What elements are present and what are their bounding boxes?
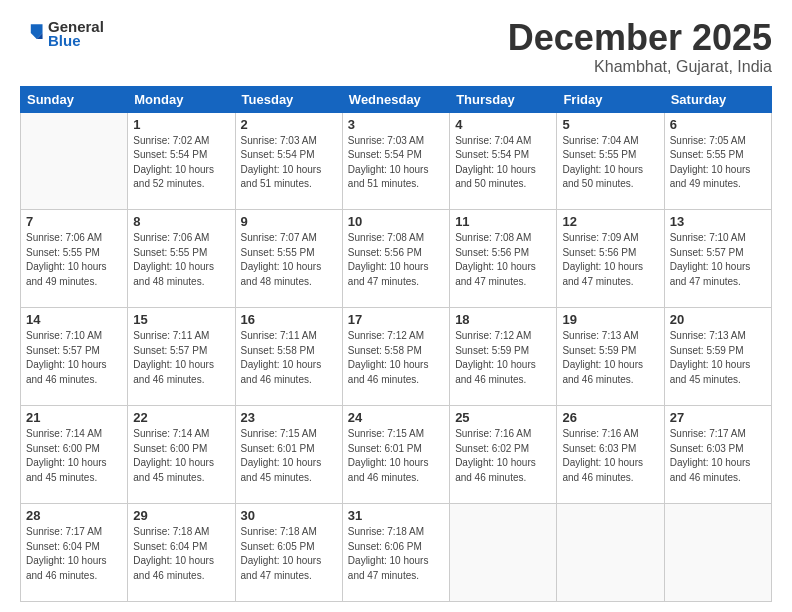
day-info: Sunrise: 7:04 AM Sunset: 5:54 PM Dayligh… (455, 134, 551, 192)
day-info: Sunrise: 7:18 AM Sunset: 6:04 PM Dayligh… (133, 525, 229, 583)
logo-icon (22, 21, 44, 43)
day-number: 18 (455, 312, 551, 327)
calendar-cell: 24Sunrise: 7:15 AM Sunset: 6:01 PM Dayli… (342, 406, 449, 504)
day-number: 29 (133, 508, 229, 523)
calendar-cell: 18Sunrise: 7:12 AM Sunset: 5:59 PM Dayli… (450, 308, 557, 406)
day-info: Sunrise: 7:13 AM Sunset: 5:59 PM Dayligh… (670, 329, 766, 387)
calendar-cell: 4Sunrise: 7:04 AM Sunset: 5:54 PM Daylig… (450, 112, 557, 210)
calendar-cell: 3Sunrise: 7:03 AM Sunset: 5:54 PM Daylig… (342, 112, 449, 210)
calendar-cell: 10Sunrise: 7:08 AM Sunset: 5:56 PM Dayli… (342, 210, 449, 308)
day-number: 15 (133, 312, 229, 327)
day-number: 20 (670, 312, 766, 327)
day-number: 24 (348, 410, 444, 425)
calendar-cell: 28Sunrise: 7:17 AM Sunset: 6:04 PM Dayli… (21, 504, 128, 602)
calendar-table: Sunday Monday Tuesday Wednesday Thursday… (20, 86, 772, 602)
day-number: 10 (348, 214, 444, 229)
day-info: Sunrise: 7:18 AM Sunset: 6:06 PM Dayligh… (348, 525, 444, 583)
calendar-cell: 13Sunrise: 7:10 AM Sunset: 5:57 PM Dayli… (664, 210, 771, 308)
calendar-week-row: 28Sunrise: 7:17 AM Sunset: 6:04 PM Dayli… (21, 504, 772, 602)
day-number: 28 (26, 508, 122, 523)
header-monday: Monday (128, 86, 235, 112)
day-info: Sunrise: 7:12 AM Sunset: 5:59 PM Dayligh… (455, 329, 551, 387)
day-number: 3 (348, 117, 444, 132)
header: General Blue December 2025 Khambhat, Guj… (20, 18, 772, 76)
day-info: Sunrise: 7:02 AM Sunset: 5:54 PM Dayligh… (133, 134, 229, 192)
location: Khambhat, Gujarat, India (508, 58, 772, 76)
day-number: 30 (241, 508, 337, 523)
day-number: 21 (26, 410, 122, 425)
calendar-cell: 14Sunrise: 7:10 AM Sunset: 5:57 PM Dayli… (21, 308, 128, 406)
day-number: 13 (670, 214, 766, 229)
day-info: Sunrise: 7:08 AM Sunset: 5:56 PM Dayligh… (348, 231, 444, 289)
day-info: Sunrise: 7:13 AM Sunset: 5:59 PM Dayligh… (562, 329, 658, 387)
calendar-cell (557, 504, 664, 602)
day-number: 9 (241, 214, 337, 229)
calendar-cell: 29Sunrise: 7:18 AM Sunset: 6:04 PM Dayli… (128, 504, 235, 602)
calendar-week-row: 14Sunrise: 7:10 AM Sunset: 5:57 PM Dayli… (21, 308, 772, 406)
day-info: Sunrise: 7:03 AM Sunset: 5:54 PM Dayligh… (241, 134, 337, 192)
calendar-cell: 27Sunrise: 7:17 AM Sunset: 6:03 PM Dayli… (664, 406, 771, 504)
day-info: Sunrise: 7:17 AM Sunset: 6:04 PM Dayligh… (26, 525, 122, 583)
calendar-cell: 16Sunrise: 7:11 AM Sunset: 5:58 PM Dayli… (235, 308, 342, 406)
header-tuesday: Tuesday (235, 86, 342, 112)
day-info: Sunrise: 7:07 AM Sunset: 5:55 PM Dayligh… (241, 231, 337, 289)
title-block: December 2025 Khambhat, Gujarat, India (508, 18, 772, 76)
day-info: Sunrise: 7:17 AM Sunset: 6:03 PM Dayligh… (670, 427, 766, 485)
day-number: 6 (670, 117, 766, 132)
day-info: Sunrise: 7:15 AM Sunset: 6:01 PM Dayligh… (348, 427, 444, 485)
calendar-cell: 5Sunrise: 7:04 AM Sunset: 5:55 PM Daylig… (557, 112, 664, 210)
day-info: Sunrise: 7:06 AM Sunset: 5:55 PM Dayligh… (26, 231, 122, 289)
day-info: Sunrise: 7:11 AM Sunset: 5:58 PM Dayligh… (241, 329, 337, 387)
day-number: 4 (455, 117, 551, 132)
day-number: 14 (26, 312, 122, 327)
calendar-cell: 12Sunrise: 7:09 AM Sunset: 5:56 PM Dayli… (557, 210, 664, 308)
day-number: 2 (241, 117, 337, 132)
day-info: Sunrise: 7:16 AM Sunset: 6:03 PM Dayligh… (562, 427, 658, 485)
day-info: Sunrise: 7:08 AM Sunset: 5:56 PM Dayligh… (455, 231, 551, 289)
day-info: Sunrise: 7:18 AM Sunset: 6:05 PM Dayligh… (241, 525, 337, 583)
calendar-week-row: 7Sunrise: 7:06 AM Sunset: 5:55 PM Daylig… (21, 210, 772, 308)
calendar-cell (450, 504, 557, 602)
day-number: 1 (133, 117, 229, 132)
day-number: 8 (133, 214, 229, 229)
day-info: Sunrise: 7:04 AM Sunset: 5:55 PM Dayligh… (562, 134, 658, 192)
day-info: Sunrise: 7:06 AM Sunset: 5:55 PM Dayligh… (133, 231, 229, 289)
header-saturday: Saturday (664, 86, 771, 112)
calendar-cell (664, 504, 771, 602)
day-number: 23 (241, 410, 337, 425)
day-number: 22 (133, 410, 229, 425)
day-info: Sunrise: 7:05 AM Sunset: 5:55 PM Dayligh… (670, 134, 766, 192)
day-number: 26 (562, 410, 658, 425)
day-number: 27 (670, 410, 766, 425)
day-number: 19 (562, 312, 658, 327)
calendar-cell: 21Sunrise: 7:14 AM Sunset: 6:00 PM Dayli… (21, 406, 128, 504)
logo: General Blue (20, 18, 104, 49)
calendar-cell: 19Sunrise: 7:13 AM Sunset: 5:59 PM Dayli… (557, 308, 664, 406)
header-friday: Friday (557, 86, 664, 112)
calendar-cell: 15Sunrise: 7:11 AM Sunset: 5:57 PM Dayli… (128, 308, 235, 406)
header-wednesday: Wednesday (342, 86, 449, 112)
day-info: Sunrise: 7:11 AM Sunset: 5:57 PM Dayligh… (133, 329, 229, 387)
calendar-cell: 11Sunrise: 7:08 AM Sunset: 5:56 PM Dayli… (450, 210, 557, 308)
day-number: 7 (26, 214, 122, 229)
day-info: Sunrise: 7:14 AM Sunset: 6:00 PM Dayligh… (26, 427, 122, 485)
page: General Blue December 2025 Khambhat, Guj… (0, 0, 792, 612)
calendar-cell: 8Sunrise: 7:06 AM Sunset: 5:55 PM Daylig… (128, 210, 235, 308)
day-number: 17 (348, 312, 444, 327)
month-title: December 2025 (508, 18, 772, 58)
day-number: 31 (348, 508, 444, 523)
calendar-cell: 25Sunrise: 7:16 AM Sunset: 6:02 PM Dayli… (450, 406, 557, 504)
day-info: Sunrise: 7:12 AM Sunset: 5:58 PM Dayligh… (348, 329, 444, 387)
calendar-cell: 1Sunrise: 7:02 AM Sunset: 5:54 PM Daylig… (128, 112, 235, 210)
calendar-cell (21, 112, 128, 210)
calendar-cell: 7Sunrise: 7:06 AM Sunset: 5:55 PM Daylig… (21, 210, 128, 308)
day-number: 5 (562, 117, 658, 132)
day-number: 11 (455, 214, 551, 229)
calendar-cell: 20Sunrise: 7:13 AM Sunset: 5:59 PM Dayli… (664, 308, 771, 406)
calendar-cell: 31Sunrise: 7:18 AM Sunset: 6:06 PM Dayli… (342, 504, 449, 602)
day-number: 25 (455, 410, 551, 425)
day-info: Sunrise: 7:15 AM Sunset: 6:01 PM Dayligh… (241, 427, 337, 485)
day-number: 12 (562, 214, 658, 229)
day-info: Sunrise: 7:10 AM Sunset: 5:57 PM Dayligh… (670, 231, 766, 289)
day-info: Sunrise: 7:10 AM Sunset: 5:57 PM Dayligh… (26, 329, 122, 387)
